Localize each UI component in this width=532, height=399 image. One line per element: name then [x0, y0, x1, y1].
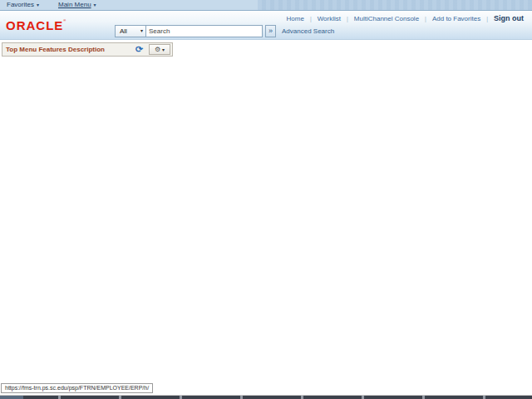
- search-go-button[interactable]: »: [265, 25, 276, 37]
- chevron-down-icon: ▾: [37, 0, 39, 10]
- chevron-down-icon: ▾: [140, 26, 143, 36]
- main-menu-label: Main Menu: [58, 1, 91, 8]
- search-scope-select[interactable]: All ▾: [115, 25, 146, 37]
- refresh-icon[interactable]: ⟳: [134, 44, 145, 55]
- link-separator: |: [425, 16, 426, 22]
- content-area: Top Menu Features Description ⟳ ⚙▾: [0, 41, 532, 382]
- oracle-logo-text: ORACLE: [6, 18, 63, 32]
- advanced-search-link[interactable]: Advanced Search: [282, 27, 334, 35]
- gear-icon: ⚙: [155, 46, 160, 53]
- portal-links: Home | Worklist | MultiChannel Console |…: [287, 14, 524, 22]
- link-home[interactable]: Home: [287, 15, 304, 22]
- top-menu-bar: Favorites▾ Main Menu▾: [0, 0, 532, 11]
- link-separator: |: [486, 16, 488, 22]
- chevron-down-icon: ▾: [94, 0, 96, 10]
- pagelet-title: Top Menu Features Description: [6, 43, 105, 56]
- link-separator: |: [347, 16, 348, 22]
- portal-header: ORACLE® Home | Worklist | MultiChannel C…: [0, 11, 532, 40]
- link-separator: |: [310, 16, 312, 22]
- main-menu[interactable]: Main Menu▾: [58, 0, 96, 10]
- pagelet-options-button[interactable]: ⚙▾: [149, 44, 170, 55]
- registered-mark: ®: [63, 18, 66, 22]
- favorites-menu-label: Favorites: [7, 1, 34, 8]
- taskbar-start-segment: [0, 396, 23, 399]
- topbar-texture: [258, 0, 532, 10]
- oracle-logo: ORACLE®: [6, 18, 66, 32]
- status-bar-url: https://fms-trn.ps.sc.edu/psp/FTRN/EMPLO…: [1, 383, 153, 393]
- search-scope-value: All: [120, 27, 127, 35]
- link-add-to-favorites[interactable]: Add to Favorites: [432, 15, 480, 22]
- link-worklist[interactable]: Worklist: [318, 15, 341, 22]
- peoplesoft-portal-page: Favorites▾ Main Menu▾ ORACLE® Home | Wor…: [0, 0, 532, 399]
- pagelet-header: Top Menu Features Description ⟳ ⚙▾: [2, 42, 173, 57]
- chevron-down-icon: ▾: [162, 45, 165, 55]
- taskbar-sliver: [0, 395, 532, 399]
- search-input[interactable]: [145, 25, 263, 37]
- favorites-menu[interactable]: Favorites▾: [7, 0, 39, 10]
- link-multichannel-console[interactable]: MultiChannel Console: [354, 15, 419, 22]
- sign-out-link[interactable]: Sign out: [494, 14, 524, 22]
